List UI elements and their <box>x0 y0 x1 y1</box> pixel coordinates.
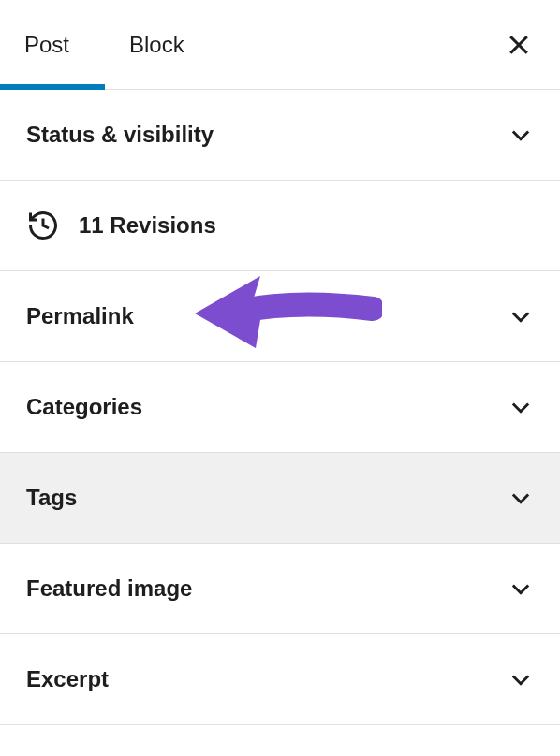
tab-post-label: Post <box>24 32 69 58</box>
tab-post[interactable]: Post <box>24 0 69 89</box>
history-icon <box>26 209 60 242</box>
panel-tags-label: Tags <box>26 485 77 511</box>
revisions-label: 11 Revisions <box>79 212 216 239</box>
panel-status-visibility[interactable]: Status & visibility <box>0 90 560 181</box>
panel-featured-image-label: Featured image <box>26 575 192 602</box>
tabs-header: Post Block <box>0 0 560 90</box>
panel-excerpt[interactable]: Excerpt <box>0 634 560 725</box>
panel-status-label: Status & visibility <box>26 122 214 148</box>
tab-block[interactable]: Block <box>129 0 184 89</box>
panel-excerpt-label: Excerpt <box>26 666 109 692</box>
chevron-down-icon <box>508 485 534 511</box>
chevron-down-icon <box>508 122 534 148</box>
panel-permalink[interactable]: Permalink <box>0 271 560 362</box>
panel-tags[interactable]: Tags <box>0 453 560 544</box>
panel-categories[interactable]: Categories <box>0 362 560 453</box>
close-button[interactable] <box>502 28 536 62</box>
close-icon <box>505 31 533 59</box>
panel-categories-label: Categories <box>26 394 142 420</box>
chevron-down-icon <box>508 666 534 692</box>
chevron-down-icon <box>508 394 534 420</box>
tab-block-label: Block <box>129 32 184 58</box>
panel-permalink-label: Permalink <box>26 303 134 329</box>
chevron-down-icon <box>508 575 534 602</box>
panel-featured-image[interactable]: Featured image <box>0 544 560 634</box>
chevron-down-icon <box>508 303 534 329</box>
panel-revisions[interactable]: 11 Revisions <box>0 181 560 271</box>
